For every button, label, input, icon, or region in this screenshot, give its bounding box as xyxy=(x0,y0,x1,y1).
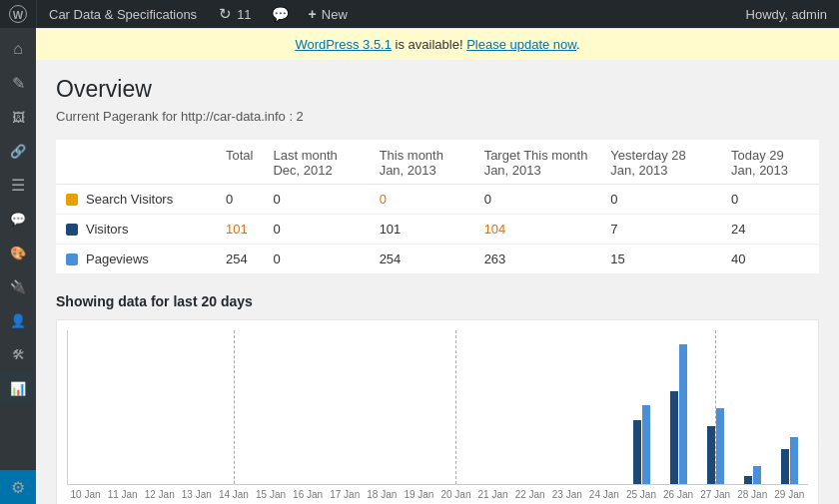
site-name[interactable]: Car Data & Specifications xyxy=(36,0,209,28)
chart-container: 10 Jan11 Jan12 Jan13 Jan14 Jan15 Jan16 J… xyxy=(56,319,819,504)
media-icon: 🖼 xyxy=(12,110,25,125)
chart-day-label: 26 Jan xyxy=(660,489,697,500)
chart-bar-group xyxy=(697,408,734,484)
metric-value: 7 xyxy=(600,215,721,245)
table-header-row: Total Last month Dec, 2012 This month Ja… xyxy=(56,140,819,185)
chart-day xyxy=(734,330,771,484)
bar-pageviews xyxy=(790,437,798,484)
chart-day-label: 27 Jan xyxy=(697,489,734,500)
metric-label-cell: Search Visitors xyxy=(56,185,216,215)
howdy-label: Howdy, admin xyxy=(746,7,827,22)
metric-value: 0 xyxy=(721,185,819,215)
main-layout: ⌂ ✎ 🖼 🔗 ☰ 💬 🎨 🔌 👤 🛠 📊 xyxy=(0,28,839,504)
chart-day xyxy=(216,330,253,484)
chart-day xyxy=(68,330,105,484)
refresh-icon: ↻ xyxy=(219,5,232,23)
col-this-month: This month Jan, 2013 xyxy=(370,140,474,185)
chart-area xyxy=(67,330,808,485)
metric-value: 0 xyxy=(263,185,369,215)
chart-day-label: 11 Jan xyxy=(104,489,141,500)
sidebar-item-settings[interactable]: ⚙ xyxy=(0,470,36,504)
chart-day-label: 21 Jan xyxy=(474,489,511,500)
metric-value: 0 xyxy=(263,215,369,245)
chart-day-label: 14 Jan xyxy=(215,489,252,500)
sidebar-item-tools[interactable]: 🛠 xyxy=(0,337,36,371)
chart-day xyxy=(327,330,364,484)
new-menu[interactable]: + New xyxy=(299,0,358,28)
metric-value: 104 xyxy=(474,215,601,245)
sidebar-item-users[interactable]: 👤 xyxy=(0,303,36,337)
metric-value: 101 xyxy=(370,215,474,245)
page-subtitle: Current Pagerank for http://car-data.inf… xyxy=(56,109,819,124)
wp-logo[interactable]: W xyxy=(0,0,36,28)
table-row: Visitors1010101104724 xyxy=(56,215,819,245)
chart-day-label: 15 Jan xyxy=(252,489,289,500)
chart-day xyxy=(697,330,734,484)
admin-user[interactable]: Howdy, admin xyxy=(734,0,839,28)
chart-bar-group xyxy=(660,344,697,484)
chart-day xyxy=(364,330,401,484)
chart-day-label: 25 Jan xyxy=(622,489,659,500)
bar-pageviews xyxy=(679,344,687,484)
col-last-month: Last month Dec, 2012 xyxy=(263,140,369,185)
sidebar-item-media[interactable]: 🖼 xyxy=(0,100,36,134)
comments-icon: 💬 xyxy=(10,212,26,227)
metric-value: 40 xyxy=(721,245,819,274)
metric-value: 15 xyxy=(600,245,721,274)
sidebar-item-posts[interactable]: ✎ xyxy=(0,66,36,100)
dashboard-icon: ⌂ xyxy=(13,40,23,58)
comments-link[interactable]: 💬 xyxy=(262,0,299,28)
bar-visitors xyxy=(707,426,715,484)
sidebar-item-plugins[interactable]: 🔌 xyxy=(0,269,36,303)
svg-text:W: W xyxy=(13,9,24,21)
chart-title: Showing data for last 20 days xyxy=(56,293,819,309)
col-yesterday: Yesterday 28 Jan, 2013 xyxy=(600,140,721,185)
chart-labels: 10 Jan11 Jan12 Jan13 Jan14 Jan15 Jan16 J… xyxy=(67,485,808,504)
sidebar: ⌂ ✎ 🖼 🔗 ☰ 💬 🎨 🔌 👤 🛠 📊 xyxy=(0,28,36,504)
chart-day-label: 19 Jan xyxy=(401,489,437,500)
bar-pageviews xyxy=(753,466,761,484)
sidebar-item-comments[interactable]: 💬 xyxy=(0,202,36,236)
chart-day-label: 24 Jan xyxy=(585,489,622,500)
update-notice: WordPress 3.5.1 is available! Please upd… xyxy=(36,28,839,60)
stats-table: Total Last month Dec, 2012 This month Ja… xyxy=(56,140,819,273)
pages-icon: ☰ xyxy=(11,176,25,195)
chart-day xyxy=(475,330,512,484)
metric-value: 0 xyxy=(263,245,369,274)
metric-value: 0 xyxy=(600,185,721,215)
chart-day-label: 12 Jan xyxy=(141,489,178,500)
col-total: Total xyxy=(216,140,263,185)
sidebar-item-pages[interactable]: ☰ xyxy=(0,168,36,202)
metric-value: 101 xyxy=(216,215,263,245)
page-content: Overview Current Pagerank for http://car… xyxy=(36,60,839,504)
chart-day-label: 13 Jan xyxy=(178,489,215,500)
chart-day-label: 17 Jan xyxy=(327,489,364,500)
metric-value: 254 xyxy=(370,245,474,274)
stats-icon: 📊 xyxy=(10,381,26,396)
wp-version-link[interactable]: WordPress 3.5.1 xyxy=(295,37,392,52)
chart-day xyxy=(549,330,586,484)
chart-day-label: 10 Jan xyxy=(67,489,104,500)
sidebar-item-appearance[interactable]: 🎨 xyxy=(0,236,36,269)
col-target: Target This month Jan, 2013 xyxy=(474,140,601,185)
admin-bar: W Car Data & Specifications ↻ 11 💬 + New… xyxy=(0,0,839,28)
chart-day xyxy=(253,330,290,484)
chart-day-label: 20 Jan xyxy=(437,489,474,500)
sidebar-item-stats[interactable]: 📊 xyxy=(0,371,36,405)
updates-link[interactable]: ↻ 11 xyxy=(209,0,261,28)
table-row: Search Visitors000000 xyxy=(56,185,819,215)
tools-icon: 🛠 xyxy=(12,347,25,362)
metric-value: 254 xyxy=(216,245,263,274)
chart-day-label: 18 Jan xyxy=(364,489,401,500)
sidebar-item-links[interactable]: 🔗 xyxy=(0,134,36,168)
update-now-link[interactable]: Please update now xyxy=(466,37,576,52)
col-label xyxy=(56,140,216,185)
bar-visitors xyxy=(670,391,678,484)
metric-value: 0 xyxy=(216,185,263,215)
sidebar-item-dashboard[interactable]: ⌂ xyxy=(0,32,36,66)
plugins-icon: 🔌 xyxy=(10,279,26,294)
bar-pageviews xyxy=(716,408,724,484)
chart-day xyxy=(401,330,437,484)
bar-pageviews xyxy=(642,405,650,484)
chart-day-label: 28 Jan xyxy=(734,489,771,500)
